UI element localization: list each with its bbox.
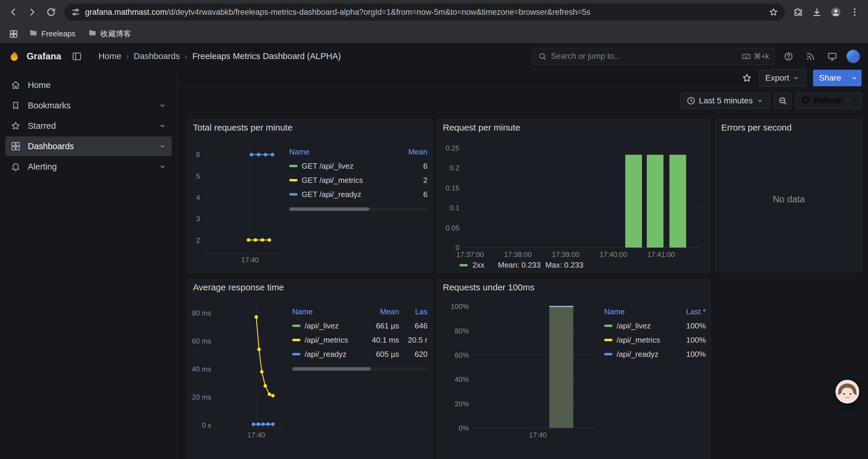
sidebar-item-label: Starred: [28, 121, 56, 131]
extensions-icon[interactable]: [789, 4, 807, 21]
profile-avatar[interactable]: [827, 4, 844, 21]
share-button[interactable]: Share: [813, 70, 847, 86]
sidebar-item-starred[interactable]: Starred: [5, 116, 172, 136]
legend-row: /api/_livez 661 µs 646: [292, 319, 428, 333]
sidebar-item-dashboards[interactable]: Dashboards: [5, 136, 172, 156]
panel-title[interactable]: Request per minute: [443, 123, 520, 133]
legend-row: /api/_metrics 100%: [604, 333, 706, 347]
avg-response-time-chart[interactable]: 80 ms60 ms40 ms20 ms0 s17:40: [190, 297, 287, 440]
chevron-down-icon[interactable]: [159, 163, 166, 170]
share-menu-chevron[interactable]: [847, 70, 862, 86]
mega-menu-toggle-icon[interactable]: [69, 48, 85, 64]
series-swatch: [289, 193, 298, 196]
search-input[interactable]: [551, 52, 738, 61]
panel-title[interactable]: Requests under 100ms: [443, 282, 534, 292]
downloads-icon[interactable]: [808, 4, 826, 21]
export-button[interactable]: Export: [759, 70, 806, 86]
panel-total-requests: Total requests per minute 6543217:40 Nam…: [187, 119, 433, 272]
under-100ms-chart[interactable]: 100%80%60%40%20%0%17:40: [440, 297, 599, 440]
legend-header-name[interactable]: Name: [289, 147, 386, 157]
time-range-picker[interactable]: Last 5 minutes: [680, 93, 770, 109]
refresh-button[interactable]: Refresh: [796, 93, 848, 109]
search-shortcut: ⌘+k: [742, 52, 769, 61]
site-settings-icon[interactable]: [71, 7, 80, 17]
panel-title[interactable]: Total requests per minute: [193, 123, 292, 133]
legend-header-name[interactable]: Name: [292, 307, 358, 316]
sidebar-item-home[interactable]: Home: [5, 75, 172, 95]
series-swatch: [289, 165, 298, 167]
svg-text:0.05: 0.05: [445, 224, 459, 232]
folder-icon: [29, 28, 38, 39]
breadcrumb-home[interactable]: Home: [98, 52, 121, 61]
browser-menu-icon[interactable]: [846, 4, 863, 21]
bookmark-folder-blogs[interactable]: 收藏博客: [84, 27, 135, 41]
panels-grid: Total requests per minute 6543217:40 Nam…: [187, 119, 863, 459]
chevron-down-icon[interactable]: [159, 122, 166, 130]
svg-text:60%: 60%: [455, 351, 469, 359]
legend-header-name[interactable]: Name: [604, 307, 664, 316]
svg-text:80 ms: 80 ms: [192, 309, 211, 317]
series-max: Max: 0.233: [546, 261, 584, 270]
svg-text:100%: 100%: [451, 302, 469, 310]
scrollbar-thumb[interactable]: [292, 367, 371, 371]
legend-scrollbar[interactable]: [289, 207, 428, 211]
series-swatch: [292, 325, 301, 327]
svg-text:17:39:00: 17:39:00: [552, 251, 579, 258]
legend-scrollbar[interactable]: [292, 367, 428, 371]
svg-text:60 ms: 60 ms: [192, 337, 211, 345]
url-bar[interactable]: grafana.mathmast.com/d/deytv4rwavabkb/fr…: [64, 4, 785, 21]
browser-toolbar: grafana.mathmast.com/d/deytv4rwavabkb/fr…: [0, 0, 868, 24]
user-avatar[interactable]: [846, 49, 860, 64]
assistant-avatar[interactable]: [836, 380, 859, 403]
bell-icon: [11, 162, 21, 172]
grafana-app: Grafana Home › Dashboards › Freeleaps Me…: [0, 43, 868, 459]
chevron-down-icon[interactable]: [159, 102, 166, 109]
legend-row: /api/_readyz 605 µs 620: [292, 347, 428, 361]
legend-table: Name Mean GET /api/_livez 6 GET /api/_me…: [289, 145, 428, 265]
star-icon: [11, 121, 21, 131]
news-rss-icon[interactable]: [802, 48, 818, 64]
total-requests-chart[interactable]: 6543217:40: [190, 138, 284, 265]
sidebar-item-label: Dashboards: [28, 141, 74, 151]
panel-title[interactable]: Errors per second: [721, 123, 792, 133]
panel-title[interactable]: Average response time: [193, 282, 284, 292]
bookmark-label: 收藏博客: [100, 29, 131, 39]
series-legend: 2xx Mean: 0.233 Max: 0.233: [442, 261, 706, 270]
series-name[interactable]: 2xx: [472, 261, 484, 270]
panel-under-100ms: Requests under 100ms 100%80%60%40%20%0%1…: [437, 279, 711, 459]
svg-text:0.15: 0.15: [445, 184, 459, 192]
chevron-down-icon[interactable]: [159, 142, 166, 150]
favorite-star-icon[interactable]: [742, 73, 752, 83]
svg-text:0.25: 0.25: [445, 144, 459, 152]
grafana-logo[interactable]: [8, 50, 21, 63]
search-box[interactable]: ⌘+k: [532, 48, 775, 65]
request-per-minute-chart[interactable]: 00.050.10.150.20.2517:37:0017:38:0017:39…: [442, 136, 705, 259]
series-swatch: [604, 339, 613, 341]
bookmark-folder-freeleaps[interactable]: Freeleaps: [25, 27, 80, 41]
series-swatch: [604, 353, 613, 355]
apps-grid-icon[interactable]: [6, 27, 21, 41]
display-mode-icon[interactable]: [824, 48, 840, 64]
zoom-out-button[interactable]: [774, 93, 792, 109]
help-icon[interactable]: [780, 48, 797, 64]
legend-header-mean[interactable]: Mean: [386, 147, 428, 157]
legend-header-mean[interactable]: Mean: [358, 307, 399, 316]
sidebar-item-bookmarks[interactable]: Bookmarks: [5, 96, 172, 115]
legend-row: GET /api/_metrics 2: [289, 173, 428, 187]
legend-table: Name Mean Las /api/_livez 661 µs 646 /ap…: [292, 304, 428, 440]
scrollbar-thumb[interactable]: [289, 207, 369, 211]
no-data-message: No data: [715, 136, 862, 263]
legend-header-last[interactable]: Last *: [664, 307, 706, 316]
grafana-header: Grafana Home › Dashboards › Freeleaps Me…: [0, 43, 868, 70]
forward-button[interactable]: [24, 4, 41, 21]
svg-text:0.1: 0.1: [450, 204, 459, 212]
svg-text:17:40: 17:40: [529, 431, 547, 439]
reload-button[interactable]: [42, 4, 60, 21]
bookmark-star-icon[interactable]: [769, 7, 778, 17]
dashboard-actions-row: Export Share: [177, 70, 868, 87]
breadcrumb-dashboards[interactable]: Dashboards: [134, 52, 180, 61]
legend-header-last[interactable]: Las: [399, 307, 428, 316]
sidebar-item-alerting[interactable]: Alerting: [5, 157, 172, 176]
back-button[interactable]: [5, 4, 22, 21]
refresh-interval-chevron[interactable]: [848, 93, 861, 109]
